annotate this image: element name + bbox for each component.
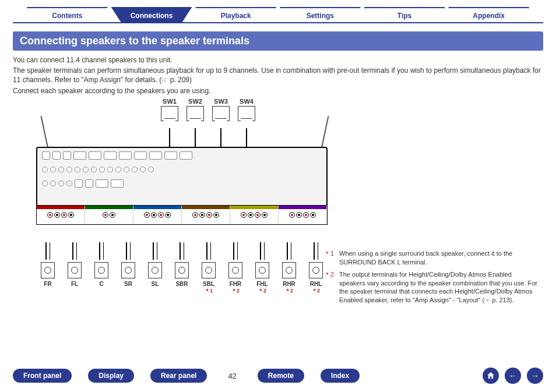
intro-text: You can connect 11.4 channel speakers to… — [13, 55, 543, 96]
speaker-icon — [68, 262, 82, 278]
nav-display[interactable]: Display — [88, 369, 134, 383]
nav-index[interactable]: Index — [321, 369, 360, 383]
speaker: FHR＊2 — [224, 242, 247, 294]
nav-front-panel[interactable]: Front panel — [13, 369, 72, 383]
terminal-block — [182, 206, 230, 224]
terminal-block — [279, 206, 327, 224]
subwoofer: SW4 — [238, 98, 255, 121]
antenna-right-icon — [321, 116, 329, 150]
speaker-icon — [41, 262, 55, 278]
sw-label: SW4 — [238, 98, 255, 105]
arrow-right-icon: → — [531, 371, 539, 380]
footnote-1: ＊1 When using a single surround back spe… — [324, 249, 539, 267]
speaker-icon — [282, 262, 296, 278]
nav-remote[interactable]: Remote — [258, 369, 304, 383]
subwoofer-row: SW1 SW2 SW3 SW4 — [161, 98, 255, 121]
speaker-icon — [309, 262, 323, 278]
subwoofer-icon — [186, 106, 204, 121]
arrow-left-icon: ← — [509, 371, 517, 380]
speaker: FR — [36, 242, 59, 294]
page-ref-icon — [161, 76, 170, 84]
intro-line-1: You can connect 11.4 channel speakers to… — [13, 55, 543, 65]
tab-tips[interactable]: Tips — [364, 7, 445, 22]
intro-line-2: The speaker terminals can perform simult… — [13, 66, 543, 84]
speaker: SBL＊1 — [197, 242, 220, 294]
terminal-block — [85, 206, 133, 224]
page-number: 42 — [228, 372, 236, 380]
speaker: RHR＊2 — [277, 242, 301, 294]
subwoofer: SW3 — [212, 98, 230, 121]
tab-label: Connections — [131, 12, 173, 20]
footnotes: ＊1 When using a single surround back spe… — [324, 249, 539, 308]
section-heading: Connecting speakers to the speaker termi… — [13, 31, 543, 51]
page-ref-icon — [484, 296, 492, 303]
subwoofer: SW1 — [161, 98, 178, 121]
bottom-nav: Front panel Display Rear panel 42 Remote… — [13, 368, 543, 384]
tab-connections[interactable]: Connections — [111, 7, 192, 22]
tab-playback[interactable]: Playback — [195, 7, 276, 22]
antenna-left-icon — [41, 116, 49, 150]
speaker-icon — [94, 262, 108, 278]
tab-contents[interactable]: Contents — [27, 7, 108, 22]
terminal-block — [230, 206, 279, 224]
footnote-text: The output terminals for Height/Ceiling/… — [339, 270, 539, 305]
tab-label: Tips — [397, 12, 411, 20]
tab-label: Playback — [221, 12, 251, 20]
intro-line-3: Connect each speaker according to the sp… — [13, 86, 543, 96]
speaker: SR — [117, 242, 140, 294]
home-button[interactable] — [483, 368, 499, 384]
next-page-button[interactable]: → — [527, 368, 543, 384]
speaker: SL — [143, 242, 167, 294]
tab-appendix[interactable]: Appendix — [448, 7, 529, 22]
subwoofer-icon — [161, 106, 178, 121]
home-icon — [486, 371, 495, 380]
subwoofer-icon — [238, 106, 255, 121]
speaker-icon — [255, 262, 269, 278]
terminal-block — [133, 206, 182, 224]
terminal-block — [37, 206, 85, 224]
tab-label: Settings — [307, 12, 334, 20]
speaker-icon — [228, 262, 242, 278]
footnote-mark: ＊1 — [324, 249, 336, 267]
speaker-icon — [121, 262, 135, 278]
speaker-icon — [202, 262, 216, 278]
subwoofer: SW2 — [186, 98, 204, 121]
speaker: FHL＊2 — [251, 242, 274, 294]
speaker-terminal-strip — [36, 205, 328, 225]
subwoofer-icon — [212, 106, 230, 121]
footnote-mark: ＊2 — [324, 270, 336, 305]
speaker: C — [90, 242, 113, 294]
footnote-2: ＊2 The output terminals for Height/Ceili… — [324, 270, 539, 305]
speaker-icon — [175, 262, 189, 278]
speaker-row: FR FL C SR SL SBR SBL＊1 FHR＊2 FHL＊2 RHR＊… — [36, 242, 328, 294]
speaker: FL — [63, 242, 86, 294]
tab-settings[interactable]: Settings — [280, 7, 361, 22]
sw-label: SW2 — [186, 98, 204, 105]
prev-page-button[interactable]: ← — [505, 368, 521, 384]
speaker-icon — [148, 262, 162, 278]
top-tab-bar: Contents Connections Playback Settings T… — [13, 7, 543, 23]
speaker: SBR — [170, 242, 193, 294]
nav-rear-panel[interactable]: Rear panel — [150, 369, 207, 383]
sw-label: SW3 — [212, 98, 230, 105]
tab-label: Appendix — [473, 12, 505, 20]
sw-label: SW1 — [161, 98, 178, 105]
tab-label: Contents — [52, 12, 82, 20]
footnote-text: When using a single surround back speake… — [339, 249, 539, 267]
